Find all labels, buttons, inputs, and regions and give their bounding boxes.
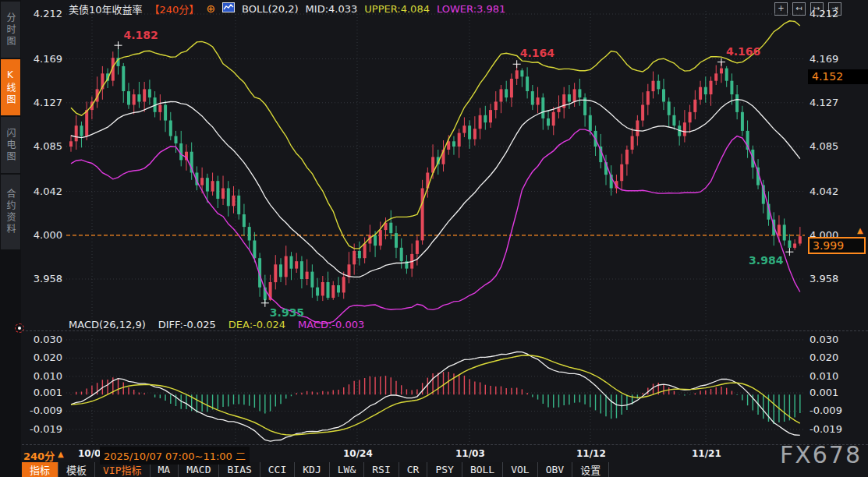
macd-axis-tick-right: 0.030 (810, 334, 864, 345)
macd-axis-tick-left: 0.001 (23, 387, 62, 398)
price-axis-tick-right: 4.042 (810, 186, 864, 197)
price-axis-tick-left: 4.085 (23, 140, 62, 152)
price-axis-tick-right: 4.085 (810, 140, 864, 152)
toolbar-item-cr[interactable]: CR (399, 462, 428, 477)
macd-axis-tick-right: -0.009 (810, 405, 864, 416)
date-axis-label: 11/12 (576, 448, 606, 459)
sidebar-tab-kline-chart[interactable]: K线图 (1, 59, 20, 115)
macd-axis-tick-right: 0.001 (810, 387, 864, 398)
pane-separator (22, 330, 868, 331)
svg-text:3.935: 3.935 (270, 306, 304, 319)
svg-text:3.984: 3.984 (749, 254, 784, 267)
macd-indicator-chart[interactable] (66, 334, 805, 444)
macd-axis-tick-left: -0.019 (23, 423, 62, 435)
price-axis-tick-right: 4.127 (810, 97, 864, 108)
fx678-watermark: FX678 (780, 441, 862, 468)
time-axis: 240分 ▲ 2025/10/07 07:00~11:00 二 10/0510/… (0, 446, 868, 461)
toolbar-item-vol[interactable]: VOL (503, 462, 537, 477)
macd-axis-tick-left: 0.010 (23, 370, 62, 382)
macd-diff-value: DIFF:-0.025 (158, 319, 216, 330)
sidebar-tab-contract-info[interactable]: 合约资料 (1, 175, 20, 249)
toolbar-item-rsi[interactable]: RSI (364, 462, 399, 477)
macd-axis-tick-left: 0.020 (23, 352, 62, 363)
macd-axis-tick-right: 0.020 (810, 352, 864, 363)
period-dropdown-arrow-icon[interactable]: ▲ (58, 450, 64, 458)
price-axis-tick-right: 4.212 (810, 8, 864, 19)
price-axis-tick-right: 4.169 (810, 53, 864, 65)
sidebar-tab-time-chart[interactable]: 分时图 (1, 2, 20, 58)
toolbar-item-[interactable]: 模板 (58, 462, 95, 477)
date-axis-label: 10/0 (78, 448, 101, 459)
sidebar-tab-flash-chart[interactable]: 闪电图 (1, 117, 20, 173)
axis-separator (22, 444, 868, 445)
price-up-arrow-icon: ▲ (857, 226, 863, 235)
macd-label: MACD(26,12,9) (69, 319, 146, 330)
macd-axis-tick-left: -0.009 (23, 405, 62, 416)
chart-application-window: 分时图 K线图 闪电图 合约资料 美债10年收益率 【240分】 ⊕ BOLL(… (0, 0, 868, 477)
macd-axis-tick-left: 0.030 (23, 334, 62, 345)
svg-text:4.166: 4.166 (726, 45, 760, 58)
alert-target-icon[interactable] (15, 323, 24, 333)
toolbar-item-boll[interactable]: BOLL (462, 462, 503, 477)
macd-macd-value: MACD:-0.003 (298, 319, 364, 330)
price-axis-tick-right: 3.958 (810, 273, 864, 284)
macd-axis-tick-right: -0.019 (810, 423, 864, 435)
toolbar-item-[interactable]: 指标 (22, 462, 58, 477)
price-axis-tick-left: 4.169 (23, 53, 62, 65)
toolbar-item-[interactable]: 设置 (572, 462, 609, 477)
macd-dea-value: DEA:-0.024 (229, 319, 285, 330)
toolbar-item-obv[interactable]: OBV (538, 462, 572, 477)
price-axis-tick-left: 4.212 (23, 8, 62, 19)
date-axis-label: 11/03 (455, 448, 485, 459)
last-price-tag: 4.152 (808, 69, 868, 84)
bar-datetime-tooltip: 2025/10/07 07:00~11:00 二 (100, 447, 250, 465)
date-axis-label: 10/24 (343, 448, 373, 459)
date-axis-label: 11/21 (692, 448, 721, 459)
period-label[interactable]: 240分 (23, 448, 55, 463)
left-sidebar: 分时图 K线图 闪电图 合约资料 (0, 0, 21, 477)
macd-header: MACD(26,12,9) DIFF:-0.025 DEA:-0.024 MAC… (69, 319, 364, 330)
price-axis-tick-left: 4.000 (23, 229, 62, 241)
toolbar-item-cci[interactable]: CCI (260, 462, 295, 477)
svg-text:4.182: 4.182 (124, 29, 158, 41)
price-axis-tick-left: 4.127 (23, 97, 62, 108)
toolbar-item-kdj[interactable]: KDJ (295, 462, 329, 477)
price-axis-tick-left: 3.958 (23, 273, 62, 284)
current-price-tag: 3.999 (808, 237, 866, 254)
toolbar-item-psy[interactable]: PSY (427, 462, 462, 477)
macd-axis-tick-right: 0.010 (810, 370, 864, 382)
toolbar-item-lw[interactable]: LW& (330, 462, 364, 477)
svg-text:4.164: 4.164 (520, 47, 555, 59)
price-candlestick-chart[interactable]: 4.1824.1644.1663.9353.984 (66, 6, 805, 326)
price-axis-tick-left: 4.042 (23, 186, 62, 197)
